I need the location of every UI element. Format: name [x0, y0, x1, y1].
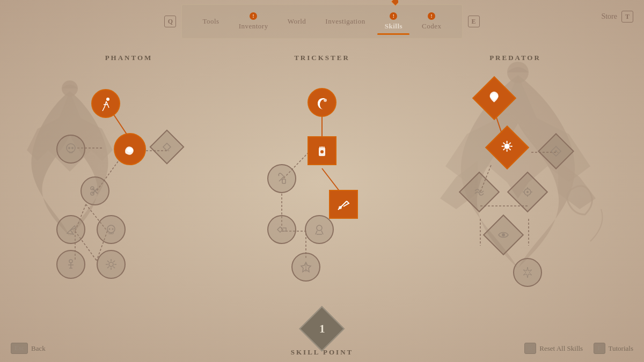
back-label: Back	[31, 344, 46, 353]
nav-key-right[interactable]: E	[468, 16, 480, 27]
nav-item-investigation[interactable]: Investigation	[316, 14, 375, 29]
svg-point-16	[71, 147, 74, 149]
store-button[interactable]: Store T	[601, 11, 633, 23]
tutorials-key: F	[594, 343, 605, 354]
active-tab-indicator	[377, 33, 409, 35]
tutorials-label: Tutorials	[609, 344, 633, 353]
bottom-right-buttons: R Reset All Skills F Tutorials	[524, 343, 633, 354]
trickster-title: TRICKSTER	[294, 54, 350, 62]
predator-title: PREDATOR	[489, 54, 541, 62]
reset-label: Reset All Skills	[539, 344, 583, 353]
svg-point-41	[504, 144, 510, 149]
back-button[interactable]: Esc Back	[11, 343, 46, 354]
phantom-skill-5[interactable]	[155, 135, 179, 159]
svg-point-15	[68, 147, 70, 149]
predator-skill-7[interactable]	[513, 258, 542, 287]
phantom-skill-4[interactable]	[80, 176, 109, 205]
svg-point-45	[502, 233, 505, 237]
predator-column: PREDATOR	[435, 54, 596, 309]
nav-item-codex[interactable]: ! Codex	[412, 9, 451, 34]
predator-skill-4[interactable]	[465, 178, 494, 206]
trickster-skill-3[interactable]	[267, 164, 296, 193]
svg-point-44	[526, 191, 529, 193]
predator-tree	[440, 73, 590, 309]
store-key: T	[621, 11, 633, 23]
nav-items-container: Tools ! Inventory World Investigation	[181, 4, 462, 39]
phantom-title: PHANTOM	[105, 54, 153, 62]
predator-skill-2[interactable]	[492, 132, 523, 163]
trickster-skill-4[interactable]	[329, 190, 358, 219]
trickster-column: TRICKSTER	[241, 54, 402, 309]
nav-key-right-label: E	[472, 18, 476, 26]
phantom-skill-1[interactable]	[91, 89, 120, 118]
phantom-skill-8[interactable]	[56, 250, 85, 279]
nav-item-tools[interactable]: Tools	[193, 14, 229, 29]
skills-alert: !	[390, 12, 397, 20]
phantom-skill-6[interactable]	[56, 215, 85, 244]
nav-item-inventory[interactable]: ! Inventory	[229, 9, 278, 34]
nav-item-world[interactable]: World	[278, 14, 316, 29]
back-key: Esc	[11, 343, 28, 354]
phantom-skill-3[interactable]	[56, 135, 85, 164]
predator-skill-6[interactable]	[489, 220, 518, 249]
svg-point-33	[339, 206, 342, 209]
skill-point-value: 1	[319, 322, 325, 336]
svg-point-42	[555, 150, 557, 152]
svg-point-30	[324, 99, 327, 102]
codex-alert: !	[428, 12, 435, 20]
nav-key-left[interactable]: Q	[164, 16, 176, 27]
svg-point-31	[320, 150, 324, 153]
phantom-column: PHANTOM	[48, 54, 209, 309]
trickster-skill-1[interactable]	[308, 88, 336, 117]
store-label: Store	[601, 12, 617, 21]
nav-bar: Q Tools ! Inventory World Investigation	[0, 0, 644, 43]
phantom-skill-7[interactable]	[97, 215, 126, 244]
svg-point-34	[317, 225, 322, 231]
svg-point-19	[107, 225, 115, 233]
svg-point-22	[69, 260, 72, 263]
predator-skill-1[interactable]	[479, 83, 510, 114]
phantom-tree	[54, 73, 204, 309]
trickster-tree	[247, 73, 397, 309]
bottom-bar: Esc Back R Reset All Skills F Tutorials	[11, 343, 633, 354]
svg-point-21	[112, 228, 114, 230]
inventory-alert: !	[250, 12, 257, 20]
svg-point-20	[109, 228, 111, 230]
nav-item-skills[interactable]: ! Skills	[375, 9, 412, 34]
main-content: PHANTOM	[0, 43, 644, 362]
predator-skill-3[interactable]	[543, 138, 569, 164]
phantom-skill-9[interactable]	[97, 250, 126, 279]
svg-point-14	[67, 144, 75, 152]
phantom-skill-2[interactable]	[114, 133, 146, 165]
trickster-skill-2[interactable]	[308, 136, 336, 165]
reset-skills-button[interactable]: R Reset All Skills	[524, 343, 583, 354]
svg-rect-32	[282, 179, 286, 183]
svg-point-23	[109, 262, 113, 267]
reset-key: R	[524, 343, 537, 354]
trickster-skill-6[interactable]	[305, 215, 334, 244]
trickster-skill-7[interactable]	[291, 253, 320, 282]
predator-skill-5[interactable]	[513, 178, 542, 206]
nav-key-left-label: Q	[168, 18, 173, 26]
trickster-skill-5[interactable]	[267, 215, 296, 244]
tutorials-button[interactable]: F Tutorials	[594, 343, 633, 354]
svg-point-13	[106, 98, 109, 101]
